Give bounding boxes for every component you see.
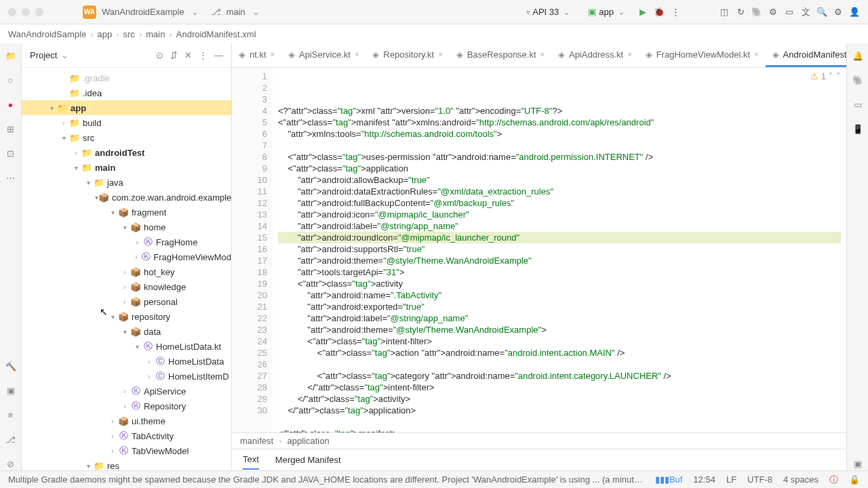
inspection-badge[interactable]: ⚠ 1 ˄ ˅	[810, 70, 841, 82]
editor-tab[interactable]: ◈FragHomeViewModel.kt×	[639, 43, 766, 67]
sub-tab[interactable]: Merged Manifest	[275, 451, 341, 469]
editor-tab[interactable]: ◈BaseResponse.kt×	[450, 43, 551, 67]
emulator-icon[interactable]: ▣	[851, 457, 865, 470]
code-editor[interactable]: ⚠ 1 ˄ ˅ <?"attr">class="tag">xml "attr">…	[273, 68, 846, 432]
tree-item[interactable]: ›📁androidTest	[22, 145, 231, 160]
tree-item[interactable]: ›ⒸHomeListData	[22, 354, 231, 369]
vcs-icon[interactable]: ⎇	[4, 432, 18, 446]
gradle-icon[interactable]: 🐘	[751, 7, 762, 18]
editor-tab[interactable]: ◈Repository.kt×	[366, 43, 449, 67]
tree-item[interactable]: ▾📦com.zoe.wan.android.example	[22, 190, 231, 205]
project-tool-icon[interactable]: 📁	[4, 49, 18, 62]
buf-indicator[interactable]: ▮▮▮Buf	[655, 474, 683, 485]
code-with-me-icon[interactable]: ◫	[719, 7, 730, 18]
tree-item[interactable]: ›📁build	[22, 115, 231, 130]
breadcrumb-item[interactable]: main	[146, 29, 165, 39]
tree-item[interactable]: ▾📁app	[22, 100, 231, 115]
plugin-icon[interactable]: ⓘ	[829, 474, 838, 486]
run-config-selector[interactable]: ▣ app ⌄	[583, 4, 632, 20]
tree-item[interactable]: ›ⒸHomeListItemD	[22, 369, 231, 384]
settings-icon[interactable]: ⚙	[833, 7, 844, 18]
profiler-icon[interactable]: ⚙	[768, 7, 778, 18]
next-highlight-icon[interactable]: ˅	[836, 70, 841, 82]
commit-tool-icon[interactable]: ○	[4, 73, 18, 87]
structure-tool-icon[interactable]: ⊞	[4, 122, 18, 136]
breadcrumb-item[interactable]: AndroidManifest.xml	[176, 29, 256, 39]
tree-item[interactable]: ›ⓀFragHomeViewMod	[22, 249, 231, 264]
tree-item[interactable]: ›📦ui.theme	[22, 413, 231, 428]
problems-icon[interactable]: ⊘	[4, 457, 18, 470]
tree-item[interactable]: ▾📦home	[22, 220, 231, 235]
debug-button[interactable]: 🐞	[654, 7, 665, 18]
bookmarks-icon[interactable]: ⊡	[4, 146, 18, 160]
tree-item[interactable]: ▾📁res	[22, 458, 231, 470]
chevron-down-icon[interactable]: ⌄	[191, 7, 199, 17]
device-selector[interactable]: ▫ API 33 ⌄	[521, 4, 578, 20]
breadcrumb-item[interactable]: WanAndroidSample	[8, 29, 86, 39]
file-encoding[interactable]: UTF-8	[747, 474, 772, 485]
collapse-icon[interactable]: ✕	[184, 50, 192, 60]
sub-tab[interactable]: Text	[243, 450, 259, 470]
tree-item[interactable]: ▾📦repository	[22, 309, 231, 324]
editor-tab[interactable]: ◈nt.kt×	[232, 43, 281, 67]
tree-item[interactable]: ▾ⓀHomeListData.kt	[22, 339, 231, 354]
line-separator[interactable]: LF	[726, 474, 736, 485]
gradle-icon[interactable]: 🐘	[851, 73, 865, 87]
close-icon[interactable]: ×	[355, 50, 359, 58]
search-icon[interactable]: 🔍	[816, 7, 827, 18]
crumb-item[interactable]: application	[287, 436, 329, 446]
more-tools-icon[interactable]: ⋯	[4, 171, 18, 184]
read-only-icon[interactable]: 🔒	[849, 474, 860, 485]
tree-item[interactable]: ▾📁src	[22, 130, 231, 145]
close-icon[interactable]: ×	[438, 50, 442, 58]
terminal-icon[interactable]: ▣	[4, 384, 18, 397]
status-message[interactable]: Multiple Gradle daemons might be spawned…	[8, 474, 644, 485]
hide-icon[interactable]: —	[214, 50, 223, 60]
build-tool-icon[interactable]: 🔨	[4, 359, 18, 373]
tree-item[interactable]: ›📦hot_key	[22, 264, 231, 279]
reload-icon[interactable]: ↻	[735, 7, 746, 18]
tree-item[interactable]: ▾📁java	[22, 175, 231, 190]
close-icon[interactable]: ×	[540, 50, 545, 58]
prev-highlight-icon[interactable]: ˄	[829, 70, 833, 82]
close-icon[interactable]: ×	[754, 50, 758, 58]
cursor-position[interactable]: 12:54	[693, 474, 715, 485]
tree-item[interactable]: ▾📦data	[22, 324, 231, 339]
branch-name[interactable]: main	[226, 7, 245, 17]
chevron-down-icon[interactable]: ⌄	[252, 7, 260, 17]
tree-item[interactable]: 📁.idea	[22, 85, 231, 100]
expand-icon[interactable]: ⇵	[170, 50, 178, 60]
breadcrumb-item[interactable]: app	[97, 29, 112, 39]
notifications-icon[interactable]: 🔔	[851, 49, 865, 62]
indent-info[interactable]: 4 spaces	[783, 474, 818, 485]
tree-item[interactable]: ›ⓀFragHome	[22, 235, 231, 249]
crumb-item[interactable]: manifest	[240, 436, 273, 446]
tree-item[interactable]: 📁.gradle	[22, 70, 231, 85]
sdk-icon[interactable]: 文	[800, 7, 811, 18]
tree-item[interactable]: ›📦knowledge	[22, 279, 231, 294]
tree-item[interactable]: ›ⓀRepository	[22, 399, 231, 413]
account-icon[interactable]: 👤	[849, 7, 860, 18]
select-opened-icon[interactable]: ⊙	[156, 50, 163, 60]
resource-manager-icon[interactable]: ●	[4, 98, 18, 111]
breadcrumb-item[interactable]: src	[123, 29, 135, 39]
more-icon[interactable]: ⋮	[670, 7, 681, 18]
tree-item[interactable]: ›📦personal	[22, 294, 231, 309]
tree-item[interactable]: ▾📁main	[22, 160, 231, 175]
editor-breadcrumb[interactable]: manifest›application	[232, 432, 846, 449]
avd-icon[interactable]: ▭	[784, 7, 795, 18]
close-icon[interactable]: ×	[627, 50, 631, 58]
editor-tab[interactable]: ◈ApiAddress.kt×	[551, 43, 639, 67]
logcat-icon[interactable]: ≡	[4, 408, 18, 422]
tree-item[interactable]: ▾📦fragment	[22, 205, 231, 220]
window-controls[interactable]	[8, 8, 43, 16]
file-tree[interactable]: 📁.gradle📁.idea▾📁app›📁build▾📁src›📁android…	[22, 68, 231, 470]
tree-item[interactable]: ›ⓀTabViewModel	[22, 443, 231, 458]
editor-tab[interactable]: ◈AndroidManifest.xml×	[766, 43, 846, 67]
panel-title[interactable]: Project ⌄	[30, 50, 151, 60]
tree-item[interactable]: ›ⓀTabActivity	[22, 428, 231, 443]
panel-menu-icon[interactable]: ⋮	[199, 50, 208, 60]
run-button[interactable]: ▶	[637, 7, 648, 18]
close-icon[interactable]: ×	[271, 50, 275, 58]
project-name[interactable]: WanAndroidExample	[102, 7, 184, 17]
